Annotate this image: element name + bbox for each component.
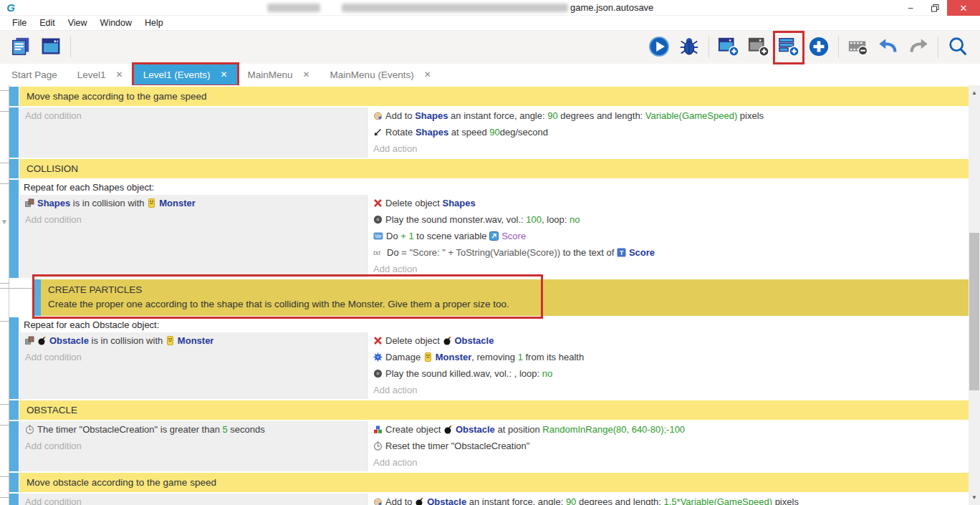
- text-object: Obstacle: [455, 335, 494, 346]
- text-icon: txt: [373, 246, 384, 261]
- comment-event[interactable]: OBSTACLE: [19, 400, 969, 420]
- event-handle[interactable]: [9, 87, 19, 106]
- action-row[interactable]: Add to Shapes an instant force, angle: 9…: [368, 108, 969, 125]
- condition-row[interactable]: The timer "ObstacleCreation" is greater …: [19, 422, 367, 438]
- menu-item-view[interactable]: View: [62, 18, 94, 28]
- text-variable: Score: [501, 231, 526, 241]
- text: at position: [495, 424, 543, 435]
- event-header[interactable]: Repeat for each Shapes object:: [19, 180, 969, 195]
- comment-event[interactable]: CREATE PARTICLESCreate the proper one ac…: [41, 279, 969, 316]
- add-external-layout-button[interactable]: [746, 34, 772, 62]
- tab-close-icon[interactable]: ✕: [424, 69, 431, 80]
- undo-icon: [878, 36, 899, 59]
- add-action-link[interactable]: Add action: [368, 455, 969, 470]
- text-object: Shapes: [443, 198, 476, 208]
- restore-button[interactable]: [923, 0, 947, 16]
- action-row[interactable]: VarDo + 1 to scene variable Score: [368, 229, 969, 245]
- event-header[interactable]: Repeat for each Obstacle object:: [19, 317, 969, 332]
- bomb-icon: [443, 423, 453, 438]
- svg-text:Var: Var: [375, 234, 382, 239]
- add-extension-button[interactable]: [806, 34, 832, 62]
- tab-level1-events-[interactable]: Level1 (Events)✕: [133, 64, 238, 85]
- force-icon: [373, 496, 383, 505]
- action-row[interactable]: Play the sound killed.wav, vol.: , loop:…: [368, 366, 969, 383]
- scrollbar-thumb[interactable]: [969, 233, 979, 390]
- tab-close-icon[interactable]: ✕: [303, 69, 310, 80]
- search-button[interactable]: [945, 34, 971, 62]
- menu-item-edit[interactable]: Edit: [33, 18, 62, 28]
- add-action-link[interactable]: Add action: [368, 383, 969, 398]
- text-value: RandomInRange(80, 640-80);-100: [542, 424, 685, 435]
- tab-mainmenu-events-[interactable]: MainMenu (Events)✕: [320, 64, 441, 85]
- text: degrees and length:: [558, 110, 645, 121]
- scroll-down-icon[interactable]: ▼: [969, 493, 980, 503]
- project-manager-button[interactable]: [8, 34, 34, 62]
- action-row[interactable]: Reset the timer "ObstacleCreation": [368, 438, 969, 455]
- text: Do: [386, 231, 400, 241]
- add-action-link[interactable]: Add action: [368, 261, 969, 276]
- comment-title: CREATE PARTICLES: [48, 283, 961, 297]
- event-handle[interactable]: [9, 180, 19, 278]
- tab-level1[interactable]: Level1✕: [67, 64, 133, 85]
- actions-column: Add to Shapes an instant force, angle: 9…: [368, 107, 969, 158]
- standard-event: The timer "ObstacleCreation" is greater …: [19, 421, 969, 471]
- add-external-events-button[interactable]: [776, 34, 802, 62]
- text: pixels: [737, 110, 764, 121]
- text-value: Variable(GameSpeed): [645, 110, 737, 121]
- text-object: Obstacle: [427, 496, 466, 505]
- redo-button[interactable]: [905, 34, 931, 62]
- damage-icon: [373, 351, 383, 366]
- event-handle[interactable]: [9, 494, 19, 505]
- add-condition-link[interactable]: Add condition: [19, 494, 367, 505]
- action-row[interactable]: Rotate Shapes at speed 90deg/second: [368, 125, 969, 141]
- add-condition-link[interactable]: Add condition: [19, 212, 367, 227]
- tab-close-icon[interactable]: ✕: [116, 69, 123, 80]
- text-object: Obstacle: [456, 424, 495, 435]
- add-condition-link[interactable]: Add condition: [19, 108, 367, 123]
- scroll-up-icon[interactable]: ▲: [969, 88, 980, 98]
- comment-event[interactable]: Move obstacle according to the game spee…: [19, 473, 969, 492]
- actions-column: Delete object ShapesPlay the sound monst…: [368, 195, 969, 278]
- text: , removing: [471, 352, 517, 362]
- tab-mainmenu[interactable]: MainMenu✕: [238, 64, 320, 85]
- condition-row[interactable]: Shapes is in collision with Monster: [19, 196, 367, 212]
- menu-item-help[interactable]: Help: [138, 18, 170, 28]
- text: to scene variable: [414, 231, 490, 241]
- add-action-link[interactable]: Add action: [368, 141, 969, 156]
- menu-item-window[interactable]: Window: [94, 18, 138, 28]
- action-row[interactable]: txtDo = "Score: " + ToString(Variable(Sc…: [368, 245, 969, 261]
- debug-button[interactable]: [676, 34, 702, 62]
- action-row[interactable]: Damage Monster, removing 1 from its heal…: [368, 350, 969, 366]
- event-handle[interactable]: [9, 400, 19, 420]
- undo-button[interactable]: [875, 34, 901, 62]
- add-condition-link[interactable]: Add condition: [19, 350, 367, 365]
- add-scene-button[interactable]: [716, 34, 741, 62]
- event-handle[interactable]: [9, 421, 19, 471]
- vertical-scrollbar[interactable]: ▲ ▼: [969, 85, 980, 505]
- condition-row[interactable]: Obstacle is in collision with Monster: [19, 333, 367, 350]
- timer-icon: [25, 423, 34, 438]
- action-row[interactable]: Create object Obstacle at position Rando…: [368, 422, 969, 438]
- text: The timer "ObstacleCreation" is greater …: [37, 424, 223, 435]
- tab-start-page[interactable]: Start Page: [1, 64, 67, 85]
- action-row[interactable]: Delete object Obstacle: [368, 333, 969, 350]
- event-handle[interactable]: [9, 107, 19, 158]
- tab-close-icon[interactable]: ✕: [220, 69, 227, 80]
- event-handle[interactable]: [9, 159, 19, 178]
- event-handle[interactable]: [9, 317, 19, 399]
- gutter-tick: [0, 400, 9, 420]
- comment-event[interactable]: Move shape according to the game speed: [19, 87, 969, 106]
- remove-media-button[interactable]: [845, 34, 871, 62]
- menu-item-file[interactable]: File: [6, 18, 33, 28]
- minimize-button[interactable]: –: [898, 0, 923, 16]
- play-button[interactable]: [646, 34, 672, 62]
- event-handle[interactable]: [34, 279, 41, 316]
- scene-editor-button[interactable]: [38, 34, 64, 62]
- action-row[interactable]: Play the sound monster.wav, vol.: 100, l…: [368, 212, 969, 229]
- comment-event[interactable]: COLLISION: [19, 159, 969, 178]
- action-row[interactable]: Add to Obstacle an instant force, angle:…: [368, 494, 969, 505]
- close-button[interactable]: ✕: [947, 0, 980, 16]
- action-row[interactable]: Delete object Shapes: [368, 196, 969, 212]
- event-handle[interactable]: [9, 473, 19, 492]
- add-condition-link[interactable]: Add condition: [19, 438, 367, 453]
